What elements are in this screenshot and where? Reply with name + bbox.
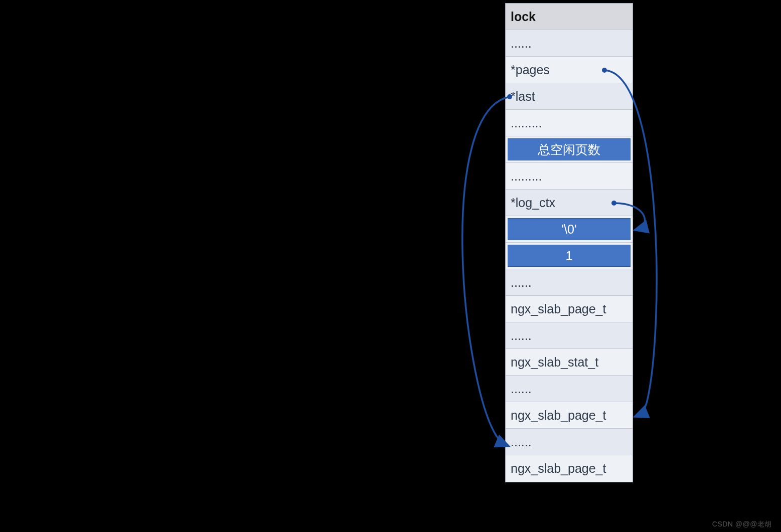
- struct-table: lock......*pages*last.........总空闲页数.....…: [505, 3, 633, 482]
- struct-row-14: ......: [506, 376, 633, 402]
- struct-row-15: ngx_slab_page_t: [506, 402, 633, 429]
- struct-row-value-5: 总空闲页数: [508, 138, 631, 160]
- struct-row-7: *log_ctx: [506, 190, 633, 216]
- struct-row-value-8: '\0': [508, 218, 631, 240]
- struct-row-10: ......: [506, 269, 633, 296]
- struct-row-5: 总空闲页数: [506, 136, 633, 163]
- struct-row-9: 1: [506, 243, 633, 269]
- pointer-arrow-last: [462, 97, 510, 446]
- struct-row-16: ......: [506, 429, 633, 455]
- struct-row-17: ngx_slab_page_t: [506, 455, 633, 482]
- struct-row-1: ......: [506, 30, 633, 57]
- struct-row-4: .........: [506, 110, 633, 136]
- struct-row-11: ngx_slab_page_t: [506, 296, 633, 322]
- struct-row-13: ngx_slab_stat_t: [506, 349, 633, 376]
- struct-row-3: *last: [506, 83, 633, 110]
- struct-row-2: *pages: [506, 57, 633, 83]
- struct-row-8: '\0': [506, 216, 633, 243]
- pointer-arrows: [0, 0, 781, 532]
- struct-row-value-9: 1: [508, 245, 631, 267]
- struct-row-12: ......: [506, 322, 633, 349]
- struct-row-6: .........: [506, 163, 633, 190]
- watermark: CSDN @@@老胡: [712, 520, 772, 529]
- struct-row-0: lock: [506, 4, 633, 30]
